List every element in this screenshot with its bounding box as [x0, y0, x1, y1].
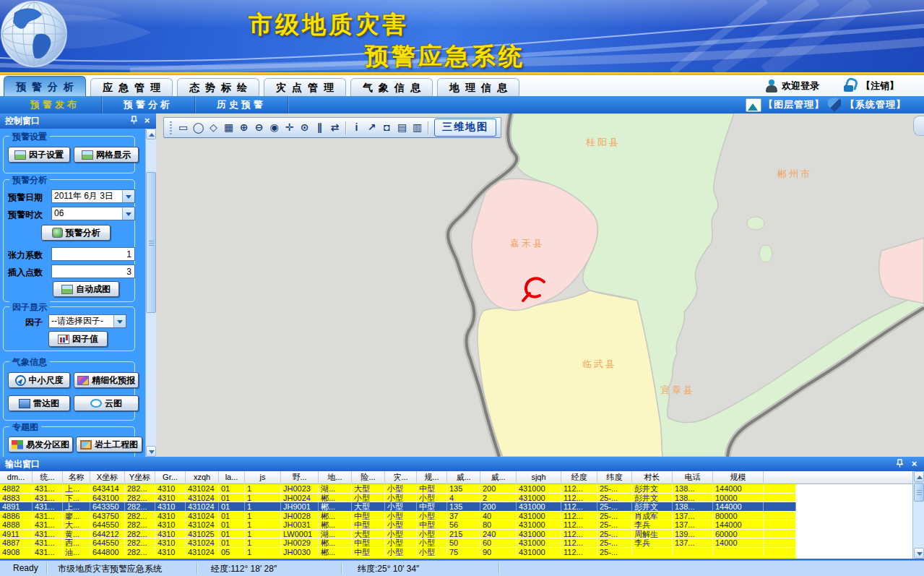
table-cell: 4883 [0, 494, 33, 503]
table-cell: 75 [447, 548, 480, 557]
table-row[interactable]: 4888431...大...644550282...4310431024011J… [0, 520, 912, 530]
map-label-桂阳县: 桂阳县 [586, 136, 621, 149]
scrollbar-thumb[interactable] [146, 172, 156, 313]
pause-icon[interactable]: ∥ [312, 120, 327, 135]
close-icon[interactable]: × [142, 116, 152, 126]
warn-time-select[interactable]: 06 [51, 207, 135, 220]
table-cell: 431000 [517, 548, 561, 557]
column-header: dm... [0, 471, 33, 483]
table-cell: 431000 [517, 512, 561, 521]
table-cell: 李兵 [632, 520, 673, 530]
swap-icon[interactable]: ⇄ [327, 120, 342, 135]
tab-地理信息[interactable]: 地理信息 [437, 78, 519, 96]
table-cell: 中型 [352, 538, 385, 548]
table-cell-filler [764, 484, 796, 494]
3d-map-button[interactable]: 三维地图 [434, 119, 496, 137]
system-manager-button[interactable]: 【系统管理】 [845, 96, 906, 113]
table-cell: 644550 [90, 520, 125, 530]
factor-select[interactable]: --请选择因子- [48, 314, 126, 328]
subtab-预警分析[interactable]: 预警分析 [102, 96, 195, 113]
print-icon[interactable]: ▤ [394, 120, 410, 135]
column-header: xzqh [186, 471, 219, 483]
table-row[interactable]: 4911431...黄...644212282...4310431025011L… [0, 530, 912, 539]
subtab-历史预警[interactable]: 历史预警 [195, 96, 288, 113]
map-view[interactable]: 桂阳县郴州市嘉禾县临武县宜章县 ▭◯◇▦⊕⊖◉✛⊙∥⇄i↗◘▤▥ 三维地图 [156, 113, 924, 457]
zoom-out-icon[interactable]: ⊖ [251, 120, 267, 135]
table-cell: 643100 [90, 494, 125, 503]
cloud-map-button[interactable]: 云图 [74, 395, 139, 411]
globe-logo [0, 0, 68, 68]
tab-态势标绘[interactable]: 态势标绘 [177, 78, 259, 96]
pin-icon[interactable] [894, 459, 905, 470]
table-cell: 112... [561, 512, 597, 521]
table-row[interactable]: 4887431...西...644550282...4310431024011J… [0, 538, 912, 548]
table-cell: 431... [33, 484, 63, 494]
chevron-down-icon[interactable] [122, 190, 134, 202]
close-icon[interactable]: × [909, 459, 920, 470]
zone-map-button[interactable]: 易发分区图 [8, 437, 73, 452]
group-title: 预警分析 [9, 174, 50, 186]
export-icon[interactable]: ↗ [364, 120, 379, 135]
table-row[interactable]: 4882431...上...643414282...4310431024011J… [0, 484, 912, 494]
measure-polygon-icon[interactable]: ◇ [206, 120, 221, 135]
grid-icon[interactable]: ▦ [221, 120, 236, 135]
scrollbar-thumb[interactable] [914, 483, 924, 502]
zoom-in-icon[interactable]: ⊕ [236, 120, 251, 135]
points-input[interactable] [51, 265, 135, 278]
panel-collapse-handle[interactable] [913, 116, 924, 136]
tab-应急管理[interactable]: 应急管理 [90, 78, 173, 96]
auto-map-button[interactable]: 自动成图 [53, 281, 119, 297]
table-cell: JH0028 [281, 512, 319, 521]
pan-icon[interactable]: ✛ [282, 120, 297, 135]
identify-icon[interactable]: i [349, 120, 364, 135]
meso-scale-button[interactable]: 中小尺度 [8, 372, 70, 388]
measure-circle-icon[interactable]: ◯ [191, 120, 206, 135]
column-header: 规... [417, 471, 447, 483]
chevron-down-icon[interactable] [122, 207, 134, 220]
scroll-down-icon[interactable] [146, 446, 156, 457]
tab-气象信息[interactable]: 气象信息 [350, 78, 433, 96]
pin-icon[interactable] [129, 116, 139, 126]
table-cell: 431... [33, 538, 63, 548]
table-cell: 1 [245, 520, 281, 530]
output-scrollbar[interactable] [912, 471, 924, 559]
chevron-down-icon[interactable] [113, 315, 126, 327]
table-cell: 4891 [0, 502, 33, 512]
tension-input[interactable] [51, 247, 135, 261]
fine-forecast-button[interactable]: 精细化预报 [74, 372, 139, 388]
cloud-icon [90, 399, 102, 408]
output-title: 输出窗口 [5, 459, 40, 469]
subtab-预警发布[interactable]: 预警发布 [9, 96, 102, 113]
scroll-up-icon[interactable] [146, 129, 156, 139]
radar-map-button[interactable]: 雷达图 [8, 395, 70, 411]
measure-distance-icon[interactable]: ▭ [176, 120, 191, 135]
table-row[interactable]: 4883431...下...643100282...4310431024011J… [0, 494, 912, 503]
layer-manager-button[interactable]: 【图层管理】 [764, 96, 824, 113]
factor-settings-button[interactable]: 因子设置 [8, 147, 70, 163]
group-title: 因子显示 [9, 301, 50, 314]
warn-date-select[interactable]: 2011年 6月 3日 [51, 189, 135, 203]
panel-scrollbar[interactable] [145, 129, 156, 457]
zoom-box-icon[interactable]: ⊙ [297, 120, 312, 135]
welcome-login[interactable]: 欢迎登录 [782, 79, 819, 93]
table-row[interactable]: 4891431...上...643350282...4310431024011J… [0, 502, 912, 512]
map-label-郴州市: 郴州市 [777, 168, 812, 181]
logout-button[interactable]: 【注销】 [861, 79, 899, 93]
snapshot-icon[interactable]: ◘ [379, 120, 394, 135]
table-cell-filler [764, 538, 796, 548]
grid-display-button[interactable]: 网格显示 [74, 147, 139, 163]
scroll-up-icon[interactable] [914, 471, 924, 482]
tab-灾点管理[interactable]: 灾点管理 [264, 78, 346, 96]
full-extent-icon[interactable]: ◉ [267, 120, 282, 135]
factor-value-button[interactable]: 因子值 [48, 331, 108, 347]
tab-预警分析[interactable]: 预警分析 [4, 76, 86, 97]
table-cell: 中型 [352, 548, 385, 557]
sub-nav-bar: 预警发布预警分析历史预警 【图层管理】 【系统管理】 [0, 96, 924, 113]
print-preview-icon[interactable]: ▥ [410, 120, 425, 135]
geotech-map-button[interactable]: 岩土工程图 [76, 437, 142, 452]
warn-analyze-button[interactable]: 预警分析 [41, 225, 111, 241]
toolbar-grip[interactable] [170, 121, 172, 134]
table-row[interactable]: 4908431...油...644800282...4310431024051J… [0, 548, 912, 557]
scroll-down-icon[interactable] [914, 548, 924, 559]
table-row[interactable]: 4886431...廖...643750282...4310431024011J… [0, 512, 912, 521]
